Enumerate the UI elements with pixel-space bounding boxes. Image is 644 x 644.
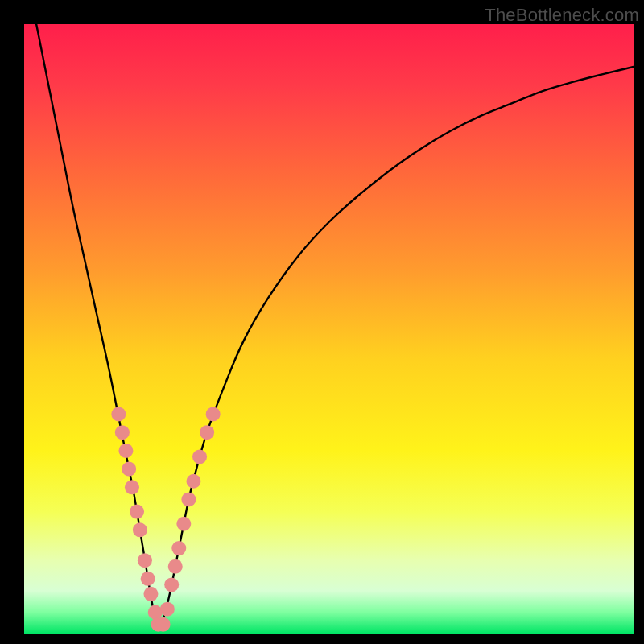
marker-dot [206, 407, 221, 421]
marker-dot [122, 462, 136, 477]
marker-dot [168, 559, 183, 574]
marker-dot [148, 605, 163, 620]
marker-dot [125, 480, 139, 494]
marker-dot [176, 517, 191, 531]
marker-dot [192, 449, 207, 464]
marker-dot [133, 522, 147, 537]
watermark-text: TheBottleneck.com [485, 5, 639, 26]
marker-dot [200, 425, 214, 440]
marker-dot [143, 587, 158, 601]
marker-dot [118, 444, 133, 458]
marker-dot [171, 541, 186, 555]
marker-dot [130, 505, 144, 519]
marker-dot [186, 474, 200, 489]
chart-svg [24, 24, 634, 634]
bottleneck-curve [24, 24, 634, 628]
marker-dot [160, 602, 175, 617]
marker-dot [115, 425, 130, 440]
marker-dot [164, 577, 179, 592]
outer-frame: TheBottleneck.com [0, 0, 644, 644]
marker-dot [156, 617, 171, 632]
marker-dot [111, 407, 126, 421]
plot-area [24, 24, 634, 634]
marker-dot [138, 553, 152, 568]
marker-dot [181, 492, 196, 506]
marker-dot [141, 572, 155, 586]
